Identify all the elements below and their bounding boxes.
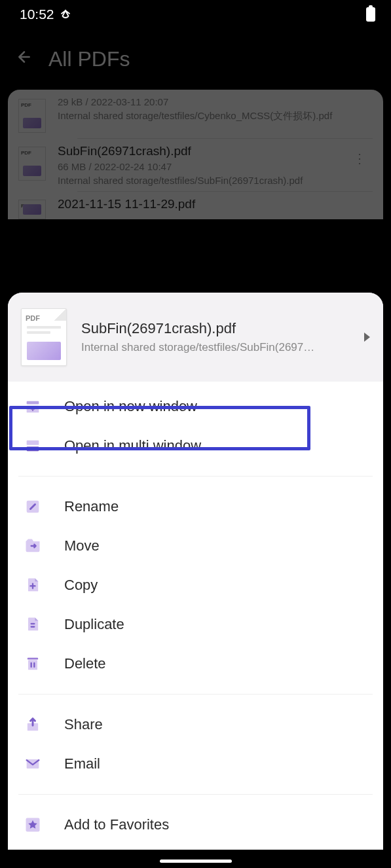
app-header: All PDFs	[0, 29, 391, 90]
svg-rect-5	[31, 623, 35, 624]
share-icon	[24, 715, 42, 734]
svg-rect-7	[28, 660, 37, 670]
status-bar: 10:52	[0, 0, 391, 29]
more-icon[interactable]: ⋮	[346, 144, 373, 173]
file-meta: 29 kB / 2022-03-11 20:07	[58, 96, 373, 107]
svg-rect-8	[28, 658, 38, 660]
menu-label: Delete	[64, 655, 106, 672]
file-list: 29 kB / 2022-03-11 20:07 Internal shared…	[8, 90, 383, 219]
file-path: Internal shared storage/testfiles/Cybenk…	[58, 110, 373, 122]
pdf-file-icon: PDF	[21, 308, 67, 366]
file-list-item[interactable]: SubFin(26971crash).pdf 66 MB / 2022-02-2…	[8, 139, 383, 191]
svg-rect-0	[27, 401, 39, 405]
file-name: 2021-11-15 11-11-29.pdf	[58, 197, 373, 211]
delete-icon	[24, 655, 42, 673]
sync-icon	[60, 9, 71, 20]
menu-label: Duplicate	[64, 616, 124, 633]
file-list-item[interactable]: 2021-11-15 11-11-29.pdf	[8, 192, 383, 219]
page-title: All PDFs	[48, 47, 130, 71]
sheet-title: SubFin(26971crash).pdf	[81, 320, 350, 337]
pdf-file-icon	[18, 99, 46, 133]
menu-copy[interactable]: Copy	[8, 566, 383, 605]
section-divider	[18, 476, 373, 477]
menu-duplicate[interactable]: Duplicate	[8, 605, 383, 644]
pdf-file-icon	[18, 200, 46, 219]
status-time: 10:52	[20, 7, 54, 22]
menu-label: Add to Favorites	[64, 816, 169, 833]
email-icon	[24, 755, 42, 773]
nav-bar-bg	[0, 850, 391, 868]
menu-label: Open in multi window	[64, 437, 201, 454]
menu-label: Rename	[64, 498, 119, 515]
bottom-sheet: PDF SubFin(26971crash).pdf Internal shar…	[8, 293, 383, 850]
svg-rect-3	[27, 446, 39, 451]
svg-rect-6	[31, 626, 35, 627]
menu-label: Share	[64, 716, 103, 733]
menu-delete[interactable]: Delete	[8, 644, 383, 683]
menu-open-multi-window[interactable]: Open in multi window	[8, 426, 383, 465]
file-meta: 66 MB / 2022-02-24 10:47	[58, 161, 335, 172]
battery-icon	[366, 7, 375, 22]
file-list-item[interactable]: 29 kB / 2022-03-11 20:07 Internal shared…	[8, 91, 383, 138]
section-divider	[18, 794, 373, 795]
copy-icon	[24, 576, 42, 594]
section-divider	[18, 694, 373, 695]
menu-label: Email	[64, 755, 100, 772]
pdf-file-icon	[18, 147, 46, 181]
menu-share[interactable]: Share	[8, 705, 383, 744]
menu-label: Move	[64, 537, 100, 554]
menu-add-favorites[interactable]: Add to Favorites	[8, 805, 383, 844]
file-name: SubFin(26971crash).pdf	[58, 144, 335, 158]
menu-rename[interactable]: Rename	[8, 487, 383, 526]
file-path: Internal shared storage/testfiles/SubFin…	[58, 175, 335, 186]
back-arrow-icon[interactable]	[16, 48, 33, 70]
rename-icon	[24, 497, 42, 516]
nav-handle[interactable]	[160, 859, 232, 863]
sheet-subtitle: Internal shared storage/testfiles/SubFin…	[81, 341, 350, 354]
star-icon	[24, 816, 42, 834]
multi-window-icon	[24, 437, 42, 455]
duplicate-icon	[24, 615, 42, 634]
svg-rect-2	[27, 441, 39, 445]
menu-email[interactable]: Email	[8, 744, 383, 784]
menu-label: Copy	[64, 577, 98, 594]
menu-open-new-window[interactable]: Open in new window	[8, 387, 383, 426]
new-window-icon	[24, 397, 42, 416]
menu-label: Open in new window	[64, 398, 197, 415]
move-icon	[24, 537, 42, 555]
menu-move[interactable]: Move	[8, 526, 383, 566]
sheet-header[interactable]: PDF SubFin(26971crash).pdf Internal shar…	[8, 293, 383, 382]
chevron-right-icon	[364, 333, 370, 342]
